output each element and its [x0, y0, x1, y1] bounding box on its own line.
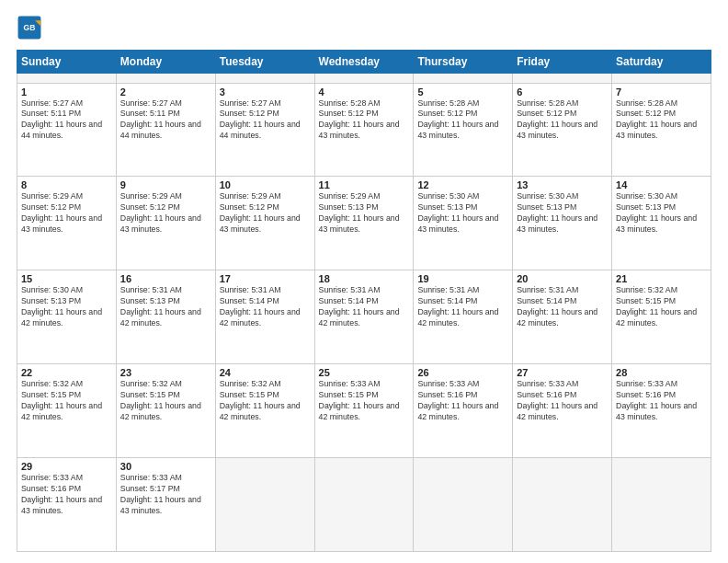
calendar-cell: 5Sunrise: 5:28 AMSunset: 5:12 PMDaylight… — [414, 83, 513, 177]
day-number: 7 — [616, 86, 707, 98]
calendar-week-2: 8Sunrise: 5:29 AMSunset: 5:12 PMDaylight… — [17, 177, 711, 270]
day-number: 21 — [616, 273, 707, 284]
calendar-cell — [513, 458, 612, 552]
day-number: 11 — [319, 179, 410, 190]
calendar-cell — [116, 74, 215, 84]
cell-info: Sunrise: 5:33 AMSunset: 5:16 PMDaylight:… — [417, 379, 508, 423]
svg-text:GB: GB — [24, 23, 36, 32]
cell-info: Sunrise: 5:27 AMSunset: 5:11 PMDaylight:… — [120, 98, 211, 143]
cell-info: Sunrise: 5:29 AMSunset: 5:12 PMDaylight:… — [220, 191, 311, 236]
day-header-tuesday: Tuesday — [215, 51, 314, 74]
day-number: 12 — [417, 179, 508, 190]
day-header-saturday: Saturday — [612, 51, 711, 74]
calendar-cell: 15Sunrise: 5:30 AMSunset: 5:13 PMDayligh… — [17, 270, 117, 364]
calendar-cell — [513, 74, 612, 84]
cell-info: Sunrise: 5:29 AMSunset: 5:12 PMDaylight:… — [120, 191, 211, 236]
day-number: 23 — [120, 367, 211, 378]
calendar-cell: 3Sunrise: 5:27 AMSunset: 5:12 PMDaylight… — [215, 83, 314, 177]
day-number: 6 — [517, 86, 608, 98]
cell-info: Sunrise: 5:33 AMSunset: 5:16 PMDaylight:… — [616, 379, 707, 423]
calendar-cell: 20Sunrise: 5:31 AMSunset: 5:14 PMDayligh… — [513, 270, 612, 364]
logo-icon: GB — [17, 15, 42, 40]
cell-info: Sunrise: 5:30 AMSunset: 5:13 PMDaylight:… — [517, 191, 608, 236]
day-number: 4 — [319, 86, 410, 98]
day-number: 13 — [517, 179, 608, 190]
day-number: 15 — [21, 273, 112, 284]
calendar-cell: 11Sunrise: 5:29 AMSunset: 5:13 PMDayligh… — [314, 177, 414, 270]
cell-info: Sunrise: 5:33 AMSunset: 5:15 PMDaylight:… — [319, 379, 410, 423]
day-number: 5 — [417, 86, 508, 98]
calendar-cell: 22Sunrise: 5:32 AMSunset: 5:15 PMDayligh… — [17, 364, 117, 458]
day-number: 25 — [319, 367, 410, 378]
day-header-sunday: Sunday — [17, 51, 117, 74]
cell-info: Sunrise: 5:30 AMSunset: 5:13 PMDaylight:… — [616, 191, 707, 236]
day-number: 14 — [616, 179, 707, 190]
day-number: 20 — [517, 273, 608, 284]
cell-info: Sunrise: 5:30 AMSunset: 5:13 PMDaylight:… — [417, 191, 508, 236]
cell-info: Sunrise: 5:27 AMSunset: 5:12 PMDaylight:… — [220, 98, 311, 143]
cell-info: Sunrise: 5:31 AMSunset: 5:14 PMDaylight:… — [319, 285, 410, 329]
calendar-cell: 13Sunrise: 5:30 AMSunset: 5:13 PMDayligh… — [513, 177, 612, 270]
calendar-cell: 1Sunrise: 5:27 AMSunset: 5:11 PMDaylight… — [17, 83, 117, 177]
day-number: 17 — [220, 273, 311, 284]
calendar-cell: 10Sunrise: 5:29 AMSunset: 5:12 PMDayligh… — [215, 177, 314, 270]
day-number: 26 — [417, 367, 508, 378]
calendar-cell: 8Sunrise: 5:29 AMSunset: 5:12 PMDaylight… — [17, 177, 117, 270]
calendar-cell — [314, 458, 414, 552]
cell-info: Sunrise: 5:29 AMSunset: 5:13 PMDaylight:… — [319, 191, 410, 236]
calendar-cell — [314, 74, 414, 84]
cell-info: Sunrise: 5:31 AMSunset: 5:14 PMDaylight:… — [517, 285, 608, 329]
calendar-cell: 30Sunrise: 5:33 AMSunset: 5:17 PMDayligh… — [116, 458, 215, 552]
calendar-cell: 17Sunrise: 5:31 AMSunset: 5:14 PMDayligh… — [215, 270, 314, 364]
cell-info: Sunrise: 5:28 AMSunset: 5:12 PMDaylight:… — [319, 98, 410, 143]
day-number: 9 — [120, 179, 211, 190]
cell-info: Sunrise: 5:32 AMSunset: 5:15 PMDaylight:… — [120, 379, 211, 423]
cell-info: Sunrise: 5:32 AMSunset: 5:15 PMDaylight:… — [220, 379, 311, 423]
calendar-cell: 23Sunrise: 5:32 AMSunset: 5:15 PMDayligh… — [116, 364, 215, 458]
day-number: 29 — [21, 461, 112, 472]
calendar-cell: 4Sunrise: 5:28 AMSunset: 5:12 PMDaylight… — [314, 83, 414, 177]
cell-info: Sunrise: 5:28 AMSunset: 5:12 PMDaylight:… — [417, 98, 508, 143]
calendar-header-row: SundayMondayTuesdayWednesdayThursdayFrid… — [17, 51, 711, 74]
day-number: 2 — [120, 86, 211, 98]
calendar-cell: 7Sunrise: 5:28 AMSunset: 5:12 PMDaylight… — [612, 83, 711, 177]
calendar-cell: 9Sunrise: 5:29 AMSunset: 5:12 PMDaylight… — [116, 177, 215, 270]
calendar-cell — [215, 458, 314, 552]
calendar-cell: 25Sunrise: 5:33 AMSunset: 5:15 PMDayligh… — [314, 364, 414, 458]
day-header-friday: Friday — [513, 51, 612, 74]
cell-info: Sunrise: 5:32 AMSunset: 5:15 PMDaylight:… — [21, 379, 112, 423]
calendar-week-5: 29Sunrise: 5:33 AMSunset: 5:16 PMDayligh… — [17, 458, 711, 552]
cell-info: Sunrise: 5:31 AMSunset: 5:14 PMDaylight:… — [417, 285, 508, 329]
cell-info: Sunrise: 5:33 AMSunset: 5:17 PMDaylight:… — [120, 473, 211, 517]
cell-info: Sunrise: 5:31 AMSunset: 5:13 PMDaylight:… — [120, 285, 211, 329]
cell-info: Sunrise: 5:31 AMSunset: 5:14 PMDaylight:… — [220, 285, 311, 329]
day-header-thursday: Thursday — [414, 51, 513, 74]
calendar-cell: 12Sunrise: 5:30 AMSunset: 5:13 PMDayligh… — [414, 177, 513, 270]
calendar-cell: 21Sunrise: 5:32 AMSunset: 5:15 PMDayligh… — [612, 270, 711, 364]
cell-info: Sunrise: 5:28 AMSunset: 5:12 PMDaylight:… — [517, 98, 608, 143]
day-number: 1 — [21, 86, 112, 98]
day-number: 30 — [120, 461, 211, 472]
calendar-cell — [17, 74, 117, 84]
day-number: 18 — [319, 273, 410, 284]
calendar-cell: 16Sunrise: 5:31 AMSunset: 5:13 PMDayligh… — [116, 270, 215, 364]
calendar-week-0 — [17, 74, 711, 84]
day-header-monday: Monday — [116, 51, 215, 74]
day-number: 22 — [21, 367, 112, 378]
calendar-cell: 26Sunrise: 5:33 AMSunset: 5:16 PMDayligh… — [414, 364, 513, 458]
calendar-cell: 14Sunrise: 5:30 AMSunset: 5:13 PMDayligh… — [612, 177, 711, 270]
calendar-week-4: 22Sunrise: 5:32 AMSunset: 5:15 PMDayligh… — [17, 364, 711, 458]
calendar-cell — [215, 74, 314, 84]
calendar-cell: 6Sunrise: 5:28 AMSunset: 5:12 PMDaylight… — [513, 83, 612, 177]
cell-info: Sunrise: 5:32 AMSunset: 5:15 PMDaylight:… — [616, 285, 707, 329]
calendar-cell: 27Sunrise: 5:33 AMSunset: 5:16 PMDayligh… — [513, 364, 612, 458]
calendar-cell — [414, 458, 513, 552]
day-number: 27 — [517, 367, 608, 378]
calendar-week-1: 1Sunrise: 5:27 AMSunset: 5:11 PMDaylight… — [17, 83, 711, 177]
cell-info: Sunrise: 5:30 AMSunset: 5:13 PMDaylight:… — [21, 285, 112, 329]
calendar-cell: 24Sunrise: 5:32 AMSunset: 5:15 PMDayligh… — [215, 364, 314, 458]
page: GB SundayMondayTuesdayWednesdayThursdayF… — [0, 0, 728, 563]
day-number: 24 — [220, 367, 311, 378]
calendar-cell: 19Sunrise: 5:31 AMSunset: 5:14 PMDayligh… — [414, 270, 513, 364]
day-number: 10 — [220, 179, 311, 190]
